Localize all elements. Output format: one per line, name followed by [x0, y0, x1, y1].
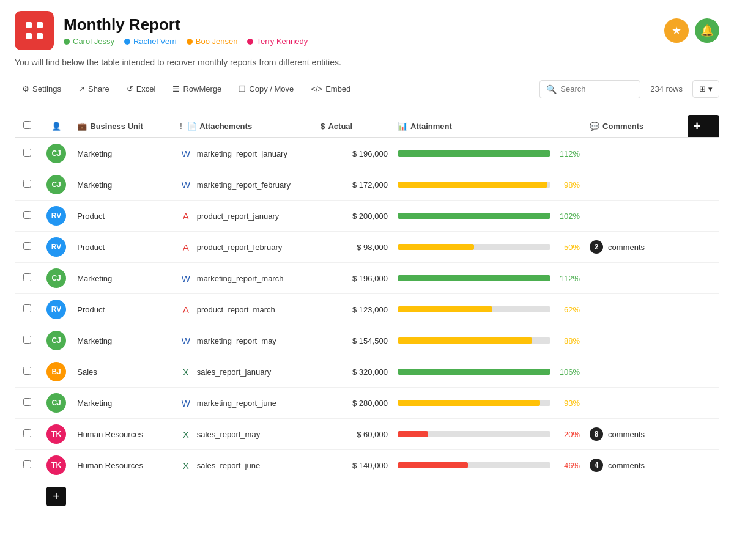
attain-cell: 88%: [398, 336, 580, 345]
add-column-button[interactable]: +: [688, 116, 707, 136]
attach-cell[interactable]: W marketing_report_january: [180, 147, 311, 160]
user-item[interactable]: Boo Jensen: [187, 37, 238, 46]
settings-icon: ⚙: [22, 84, 29, 94]
comments-cell: 2 comments: [590, 240, 683, 254]
user-item[interactable]: Rachel Verri: [124, 37, 177, 46]
attach-cell[interactable]: X sales_report_june: [180, 459, 311, 471]
add-row-button[interactable]: +: [46, 487, 66, 506]
attain-cell: 20%: [398, 430, 580, 439]
row-checkbox[interactable]: [23, 149, 31, 157]
progress-fill: [398, 462, 468, 468]
comments-label: comments: [608, 461, 645, 470]
star-button[interactable]: ★: [664, 18, 689, 43]
user-item[interactable]: Carol Jessy: [64, 37, 114, 46]
embed-button[interactable]: </> Embed: [303, 79, 358, 98]
file-type-icon: X: [180, 428, 192, 440]
col-header-add[interactable]: +: [688, 115, 719, 138]
attach-cell[interactable]: W marketing_report_may: [180, 334, 311, 347]
attain-label: 20%: [555, 430, 580, 439]
attain-label: 93%: [555, 399, 580, 408]
avatar: RV: [46, 300, 66, 319]
page-title: Monthly Report: [64, 15, 308, 34]
bu-cell: Marketing: [72, 169, 175, 201]
col-header-check: [15, 115, 40, 138]
file-type-icon: A: [180, 303, 192, 315]
col-header-bu[interactable]: 💼 Business Unit: [72, 115, 175, 138]
progress-bg: [398, 275, 550, 281]
table-header-row: 👤 💼 Business Unit ! 📄 Attachements: [15, 115, 719, 138]
attach-cell[interactable]: A product_report_january: [180, 210, 311, 222]
progress-bg: [398, 462, 550, 468]
table-wrap: 👤 💼 Business Unit ! 📄 Attachements: [0, 105, 734, 522]
row-checkbox[interactable]: [23, 460, 31, 468]
user-dot-color: [247, 39, 253, 45]
attach-cell[interactable]: W marketing_report_february: [180, 179, 311, 191]
excel-button[interactable]: ↺ Excel: [119, 79, 163, 98]
row-checkbox[interactable]: [23, 211, 31, 219]
share-button[interactable]: ↗ Share: [71, 79, 117, 98]
attain-label: 88%: [555, 336, 580, 345]
file-type-icon: W: [180, 179, 192, 191]
attain-label: 46%: [555, 461, 580, 470]
copymove-button[interactable]: ❐ Copy / Move: [231, 79, 301, 98]
rowmerge-button[interactable]: ☰ RowMerge: [165, 79, 229, 98]
attach-cell[interactable]: W marketing_report_march: [180, 272, 311, 284]
rows-count: 234 rows: [650, 84, 683, 94]
progress-fill: [398, 244, 474, 250]
user-dot-color: [64, 39, 70, 45]
attach-name: sales_report_january: [197, 367, 271, 377]
attach-cell[interactable]: X sales_report_may: [180, 428, 311, 440]
subtitle-text: You will find below the table intended t…: [0, 50, 734, 67]
table-row: RV Product A product_report_february $ 9…: [15, 232, 719, 263]
search-input[interactable]: [560, 84, 634, 94]
header-left: Monthly Report Carol JessyRachel VerriBo…: [15, 11, 308, 50]
comment-badge: 2: [590, 240, 603, 254]
avatar: BJ: [46, 362, 66, 381]
row-checkbox[interactable]: [23, 367, 31, 375]
file-type-icon: W: [180, 334, 192, 347]
file-type-icon: X: [180, 366, 192, 378]
bu-cell: Human Resources: [72, 450, 175, 481]
table-row: BJ Sales X sales_report_january $ 320,00…: [15, 356, 719, 388]
row-checkbox[interactable]: [23, 304, 31, 312]
progress-fill: [398, 337, 532, 344]
attach-cell[interactable]: A product_report_march: [180, 303, 311, 315]
bell-button[interactable]: 🔔: [695, 18, 719, 43]
user-name: Carol Jessy: [73, 37, 114, 46]
attain-cell: 98%: [398, 180, 580, 190]
bu-cell: Marketing: [72, 263, 175, 294]
select-all-checkbox[interactable]: [23, 121, 31, 129]
table-row: RV Product A product_report_march $ 123,…: [15, 294, 719, 325]
row-checkbox[interactable]: [23, 242, 31, 250]
svg-rect-2: [26, 33, 32, 39]
row-checkbox[interactable]: [23, 273, 31, 281]
attain-label: 62%: [555, 305, 580, 314]
user-dot-color: [124, 39, 130, 45]
row-checkbox[interactable]: [23, 398, 31, 406]
row-checkbox[interactable]: [23, 336, 31, 344]
bu-cell: Product: [72, 294, 175, 325]
comments-label: comments: [608, 243, 645, 252]
file-type-icon: A: [180, 210, 192, 222]
attach-cell[interactable]: A product_report_february: [180, 241, 311, 253]
col-header-attain[interactable]: 📊 Attainment: [393, 115, 585, 138]
chat-icon: 💬: [590, 122, 599, 131]
row-checkbox[interactable]: [23, 180, 31, 188]
settings-button[interactable]: ⚙ Settings: [15, 79, 69, 98]
table-row: CJ Marketing W marketing_report_february…: [15, 169, 719, 201]
actual-cell: $ 280,000: [316, 388, 393, 419]
col-header-attach[interactable]: ! 📄 Attachements: [175, 115, 316, 138]
row-checkbox[interactable]: [23, 429, 31, 437]
comments-label: comments: [608, 430, 645, 439]
search-box[interactable]: 🔍: [539, 80, 640, 98]
view-selector[interactable]: ⊞ ▾: [692, 80, 719, 98]
attach-cell[interactable]: W marketing_report_june: [180, 397, 311, 409]
attain-label: 50%: [555, 243, 580, 252]
search-icon: 🔍: [546, 84, 557, 94]
col-header-actual[interactable]: $ Actual: [316, 115, 393, 138]
progress-fill: [398, 213, 550, 219]
attain-label: 98%: [555, 180, 580, 190]
attach-cell[interactable]: X sales_report_january: [180, 366, 311, 378]
col-header-comments[interactable]: 💬 Comments: [585, 115, 688, 138]
user-item[interactable]: Terry Kennedy: [247, 37, 308, 46]
